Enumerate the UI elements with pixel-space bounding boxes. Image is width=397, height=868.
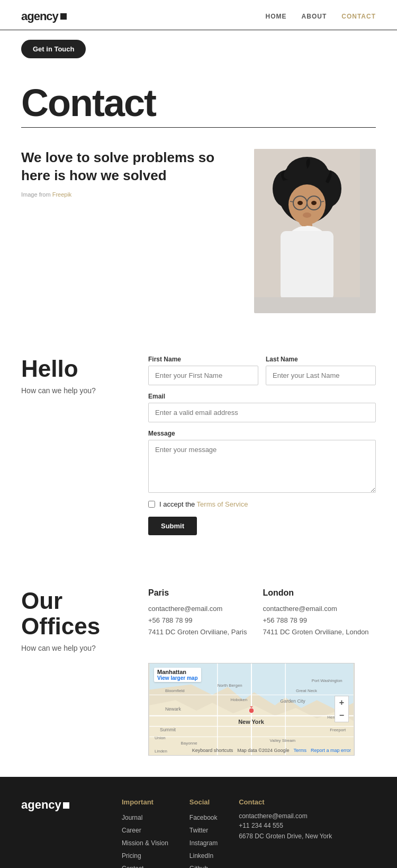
- footer-logo: agency: [21, 798, 101, 868]
- footer-contact-col: Contact contacthere@email.com +11 234 44…: [239, 798, 332, 868]
- footer-link-pricing[interactable]: Pricing: [122, 852, 141, 860]
- offices-right: Paris contacthere@email.com +56 788 78 9…: [148, 588, 376, 652]
- nav-contact[interactable]: CONTACT: [341, 13, 376, 20]
- london-phone: +56 788 78 99: [263, 615, 368, 626]
- last-name-input[interactable]: [266, 366, 376, 385]
- submit-button[interactable]: Submit: [148, 517, 197, 535]
- footer-important-col: Important Journal Career Mission & Visio…: [122, 798, 168, 868]
- paris-phone: +56 788 78 99: [148, 615, 247, 626]
- email-input[interactable]: [148, 403, 376, 422]
- heading-divider: [21, 127, 376, 128]
- message-input[interactable]: [148, 440, 376, 493]
- svg-point-16: [303, 212, 311, 218]
- hero-section: We love to solve problems so here is how…: [0, 133, 397, 334]
- svg-text:Newark: Newark: [165, 706, 182, 712]
- svg-point-18: [311, 201, 317, 205]
- name-row: First Name Last Name: [148, 356, 376, 385]
- freepik-link[interactable]: Freepik: [52, 191, 72, 198]
- footer-social-col: Social Facebook Twitter Instagram Linked…: [190, 798, 218, 868]
- zoom-in-button[interactable]: +: [335, 696, 348, 709]
- footer-link-mission[interactable]: Mission & Vision: [122, 839, 168, 847]
- svg-text:New York: New York: [238, 718, 264, 724]
- map-container: Newark New York Garden City Great Neck P…: [148, 663, 376, 756]
- london-heading: London: [263, 588, 368, 598]
- first-name-label: First Name: [148, 356, 258, 363]
- email-label: Email: [148, 393, 376, 400]
- footer-link-journal[interactable]: Journal: [122, 814, 142, 821]
- paris-email: contacthere@email.com: [148, 603, 247, 615]
- svg-text:Great Neck: Great Neck: [296, 688, 317, 693]
- svg-text:Valley Stream: Valley Stream: [270, 738, 296, 743]
- message-group: Message: [148, 430, 376, 493]
- zoom-out-button[interactable]: −: [335, 709, 348, 722]
- form-section: Hello How can we help you? First Name La…: [0, 334, 397, 567]
- offices-subtext: How can we help you?: [21, 644, 127, 652]
- map[interactable]: Newark New York Garden City Great Neck P…: [148, 663, 355, 756]
- footer-contact-email: contacthere@email.com: [239, 812, 332, 820]
- hero-text: We love to solve problems so here is how…: [21, 149, 238, 198]
- nav-home[interactable]: HOME: [266, 13, 287, 20]
- london-address: 7411 DC Groten Orviliane, London: [263, 626, 368, 638]
- footer-top: agency Important Journal Career Mission …: [21, 798, 376, 868]
- offices-section: Our Offices How can we help you? Paris c…: [0, 567, 397, 777]
- image-credit: Image from Freepik: [21, 191, 238, 198]
- footer-link-twitter[interactable]: Twitter: [190, 827, 208, 834]
- footer-link-contact[interactable]: Contact: [122, 865, 143, 868]
- footer-link-linkedin[interactable]: LinkedIn: [190, 852, 213, 860]
- svg-text:Bloomfield: Bloomfield: [165, 688, 185, 693]
- footer-important-links: Journal Career Mission & Vision Pricing …: [122, 812, 168, 868]
- offices-left: Our Offices How can we help you?: [21, 588, 127, 652]
- footer-important-heading: Important: [122, 798, 168, 806]
- get-in-touch-button[interactable]: Get in Touch: [21, 40, 86, 58]
- nav-links: HOME ABOUT CONTACT: [266, 13, 376, 20]
- form-subtext: How can we help you?: [21, 386, 127, 395]
- footer-link-career[interactable]: Career: [122, 827, 141, 834]
- svg-line-10: [290, 201, 293, 202]
- message-row: Message: [148, 430, 376, 493]
- svg-text:Bayonne: Bayonne: [181, 741, 198, 746]
- view-larger-map-link[interactable]: View larger map: [157, 675, 198, 681]
- navbar: agency HOME ABOUT CONTACT: [0, 0, 397, 30]
- map-footer: Keyboard shortcuts Map data ©2024 Google…: [149, 748, 354, 753]
- footer-contact-address: 6678 DC Groten Drive, New York: [239, 831, 332, 841]
- svg-text:Freeport: Freeport: [330, 728, 346, 732]
- offices-top: Our Offices How can we help you? Paris c…: [21, 588, 376, 652]
- map-keyboard-shortcuts: Keyboard shortcuts: [192, 748, 233, 753]
- map-label: Manhattan View larger map: [154, 668, 201, 682]
- footer-social-links: Facebook Twitter Instagram LinkedIn Gith…: [190, 812, 218, 868]
- map-report[interactable]: Report a map error: [311, 748, 351, 753]
- paris-address: 7411 DC Groten Orviliane, Paris: [148, 626, 247, 638]
- last-name-label: Last Name: [266, 356, 376, 363]
- office-london: London contacthere@email.com +56 788 78 …: [263, 588, 368, 652]
- map-data-credit: Map data ©2024 Google: [237, 748, 289, 753]
- footer-social-heading: Social: [190, 798, 218, 806]
- map-terms[interactable]: Terms: [293, 748, 306, 753]
- contact-heading-section: Contact: [0, 68, 397, 133]
- form-right: First Name Last Name Email Message I ac: [148, 356, 376, 535]
- form-left: Hello How can we help you?: [21, 356, 127, 535]
- footer: agency Important Journal Career Mission …: [0, 777, 397, 868]
- contact-heading: Contact: [21, 84, 376, 122]
- svg-text:Garden City: Garden City: [280, 698, 305, 704]
- paris-heading: Paris: [148, 588, 247, 598]
- footer-contact-heading: Contact: [239, 798, 332, 806]
- terms-text: I accept the Terms of Service: [159, 500, 248, 508]
- cta-section: Get in Touch: [0, 30, 397, 68]
- svg-line-11: [321, 201, 324, 202]
- terms-link[interactable]: Terms of Service: [197, 500, 248, 508]
- svg-point-45: [249, 708, 254, 713]
- first-name-input[interactable]: [148, 366, 258, 385]
- svg-text:North Bergen: North Bergen: [218, 683, 242, 688]
- footer-link-facebook[interactable]: Facebook: [190, 814, 218, 821]
- message-label: Message: [148, 430, 376, 437]
- offices-heading: Our Offices: [21, 588, 127, 640]
- svg-text:Summit: Summit: [160, 727, 176, 732]
- logo-text: agency: [21, 10, 58, 23]
- logo[interactable]: agency: [21, 10, 67, 23]
- terms-checkbox[interactable]: [148, 501, 155, 508]
- footer-link-instagram[interactable]: Instagram: [190, 839, 218, 847]
- footer-link-github[interactable]: Github: [190, 865, 208, 868]
- form-heading: Hello: [21, 356, 127, 382]
- nav-about[interactable]: ABOUT: [302, 13, 327, 20]
- svg-point-17: [297, 201, 303, 205]
